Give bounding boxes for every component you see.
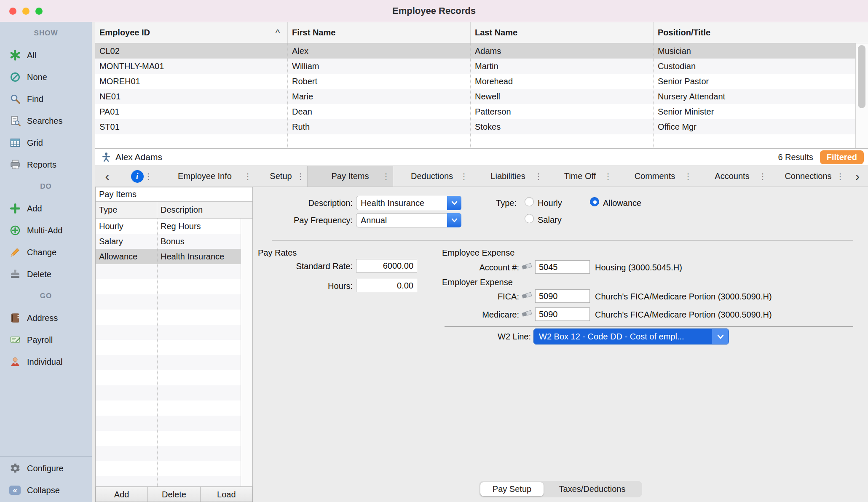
add-pay-item-button[interactable]: Add — [96, 487, 148, 502]
medicare-lookup-eraser-icon[interactable] — [521, 309, 533, 320]
type-radio-salary[interactable] — [525, 214, 534, 223]
column-header-first-name[interactable]: First Name — [288, 22, 471, 43]
pay-item-row[interactable]: Allowance Health Insurance — [96, 249, 241, 264]
scrollbar-thumb[interactable] — [858, 45, 865, 108]
tab-menu-icon[interactable]: ⋮ — [758, 171, 767, 182]
employee-row[interactable]: ST01 Ruth Stokes Office Mgr — [95, 119, 855, 134]
pay-items-scrollbar[interactable] — [241, 219, 252, 486]
minimize-button[interactable] — [22, 8, 29, 15]
fica-lookup-eraser-icon[interactable] — [521, 291, 533, 302]
sidebar-item-label: All — [27, 51, 36, 60]
tab-employee-info[interactable]: Employee Info⋮ — [155, 166, 255, 187]
tab-comments[interactable]: Comments⋮ — [615, 166, 695, 187]
standard-rate-input[interactable] — [356, 259, 417, 272]
employee-row[interactable]: MONTHLY-MA01 William Martin Custodian — [95, 59, 855, 74]
sidebar-item-configure[interactable]: Configure — [0, 457, 92, 479]
sidebar-item-label: Multi-Add — [27, 226, 62, 235]
description-label: Description: — [270, 198, 353, 208]
hours-input[interactable] — [356, 279, 417, 292]
sidebar-item-label: Reports — [27, 160, 56, 170]
tab-menu-icon[interactable]: ⋮ — [296, 171, 305, 182]
sidebar-item-multi-add[interactable]: Multi-Add — [0, 219, 92, 241]
tab-accounts[interactable]: Accounts⋮ — [695, 166, 769, 187]
filtered-badge[interactable]: Filtered — [820, 150, 864, 164]
employee-row[interactable]: MOREH01 Robert Morehead Senior Pastor — [95, 74, 855, 89]
tabs-scroll-right-button[interactable]: › — [847, 166, 868, 187]
tab-menu-icon[interactable]: ⋮ — [534, 171, 543, 182]
account-number-input[interactable] — [535, 260, 590, 274]
w2-line-select[interactable]: W2 Box 12 - Code DD - Cost of empl... — [533, 328, 729, 344]
tab-menu-icon[interactable]: ⋮ — [382, 171, 390, 182]
sidebar-item-change[interactable]: Change — [0, 241, 92, 263]
last-name-cell: Martin — [471, 59, 654, 74]
sidebar-item-label: Configure — [27, 464, 64, 473]
column-header-type[interactable]: Type — [96, 202, 157, 218]
type-option-label[interactable]: Salary — [538, 215, 562, 225]
sort-asc-icon[interactable]: ^ — [276, 27, 280, 38]
employee-row[interactable]: NE01 Marie Newell Nursery Attendant — [95, 89, 855, 104]
sidebar-item-searches[interactable]: Searches — [0, 110, 92, 132]
chevron-down-icon[interactable] — [712, 329, 729, 344]
medicare-account-input[interactable] — [535, 307, 590, 321]
tab-menu-icon[interactable]: ⋮ — [604, 171, 612, 182]
tab-liabilities[interactable]: Liabilities⋮ — [471, 166, 545, 187]
tab-time-off[interactable]: Time Off⋮ — [545, 166, 615, 187]
column-header-employee-id[interactable]: Employee ID ^ — [95, 22, 288, 43]
sidebar-item-delete[interactable]: Delete — [0, 263, 92, 285]
zoom-button[interactable] — [35, 8, 43, 15]
column-header-last-name[interactable]: Last Name — [471, 22, 654, 43]
pay-frequency-combobox[interactable]: Annual — [356, 213, 461, 227]
sidebar-item-add[interactable]: Add — [0, 198, 92, 219]
tab-connections[interactable]: Connections⋮ — [769, 166, 847, 187]
tab-setup[interactable]: Setup⋮ — [255, 166, 307, 187]
tab-menu-icon[interactable]: ⋮ — [144, 171, 153, 182]
sidebar-item-grid[interactable]: Grid — [0, 132, 92, 154]
tabs-scroll-left-button[interactable]: ‹ — [95, 166, 119, 187]
load-pay-item-button[interactable]: Load — [201, 487, 252, 502]
employee-row[interactable]: CL02 Alex Adams Musician — [95, 43, 855, 59]
pay-item-row[interactable]: Salary Bonus — [96, 234, 241, 249]
tab-menu-icon[interactable]: ⋮ — [836, 171, 844, 182]
pay-items-title: Pay Items — [96, 187, 252, 202]
delete-pay-item-button[interactable]: Delete — [148, 487, 200, 502]
column-header-position-title[interactable]: Position/Title — [654, 22, 868, 43]
employer-expense-title: Employer Expense — [442, 278, 513, 287]
sidebar-item-payroll[interactable]: Payroll — [0, 329, 92, 351]
type-option-label[interactable]: Hourly — [538, 198, 562, 208]
record-tab-bar: ‹ i ⋮ Employee Info⋮ Setup⋮ Pay Items⋮ D… — [95, 166, 868, 187]
sidebar-item-reports[interactable]: Reports — [0, 154, 92, 176]
type-option-label[interactable]: Allowance — [603, 198, 641, 208]
account-lookup-eraser-icon[interactable] — [521, 262, 533, 273]
type-radio-allowance[interactable] — [590, 197, 599, 206]
tab-deductions[interactable]: Deductions⋮ — [393, 166, 471, 187]
table-scrollbar[interactable] — [855, 43, 868, 148]
type-radio-hourly[interactable] — [525, 197, 534, 206]
segment-taxes-deductions[interactable]: Taxes/Deductions — [544, 482, 641, 496]
pay-rates-title: Pay Rates — [258, 248, 297, 258]
tab-menu-icon[interactable]: ⋮ — [244, 171, 252, 182]
magnifier-icon — [9, 93, 21, 105]
pay-items-panel: Pay Items Type Description Hourly Reg Ho… — [95, 187, 253, 487]
pay-frequency-label: Pay Frequency: — [270, 216, 353, 225]
fica-account-input[interactable] — [535, 289, 590, 303]
close-button[interactable] — [9, 8, 16, 15]
column-header-description[interactable]: Description — [157, 205, 241, 215]
tab-info[interactable]: i ⋮ — [119, 166, 155, 187]
tab-menu-icon[interactable]: ⋮ — [460, 171, 468, 182]
sidebar-item-collapse[interactable]: « Collapse — [0, 479, 92, 501]
column-divider — [653, 43, 654, 148]
circle-plus-icon — [9, 225, 21, 236]
chevron-down-icon[interactable] — [447, 196, 461, 210]
tab-menu-icon[interactable]: ⋮ — [684, 171, 692, 182]
sidebar-item-none[interactable]: None — [0, 66, 92, 88]
sidebar-item-individual[interactable]: Individual — [0, 351, 92, 373]
description-combobox[interactable]: Health Insurance — [356, 196, 461, 210]
employee-row[interactable]: PA01 Dean Patterson Senior Minister — [95, 104, 855, 119]
sidebar-item-all[interactable]: All — [0, 44, 92, 66]
pay-item-row[interactable]: Hourly Reg Hours — [96, 219, 241, 234]
sidebar-item-address[interactable]: Address — [0, 307, 92, 329]
tab-pay-items[interactable]: Pay Items⋮ — [307, 166, 393, 187]
segment-pay-setup[interactable]: Pay Setup — [480, 482, 544, 496]
sidebar-item-find[interactable]: Find — [0, 88, 92, 110]
chevron-down-icon[interactable] — [447, 213, 461, 227]
